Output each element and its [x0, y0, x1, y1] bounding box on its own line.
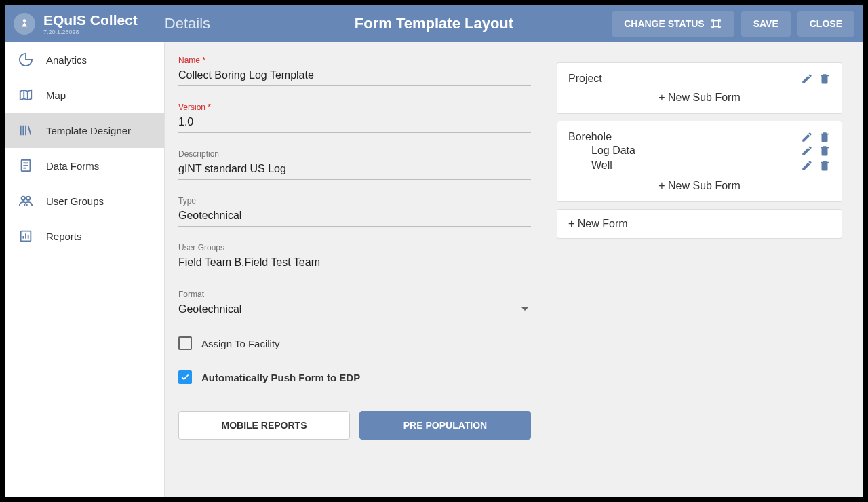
- delete-icon[interactable]: [818, 159, 831, 172]
- delete-icon[interactable]: [818, 131, 831, 143]
- new-sub-form-project[interactable]: + New Sub Form: [568, 85, 831, 104]
- description-label: Description: [178, 149, 531, 159]
- usergroups-input[interactable]: [178, 252, 531, 273]
- description-input[interactable]: [178, 159, 531, 180]
- project-title: Project: [568, 73, 602, 85]
- borehole-title: Borehole: [568, 131, 612, 143]
- save-button[interactable]: SAVE: [741, 11, 791, 37]
- form-icon: [18, 157, 34, 174]
- sidebar-item-data-forms[interactable]: Data Forms: [5, 148, 164, 183]
- format-label: Format: [178, 290, 531, 299]
- new-form-button[interactable]: + New Form: [557, 209, 842, 239]
- app-version: 7.20.1.28028: [43, 28, 138, 35]
- form-card-borehole: Borehole Log Data: [557, 121, 842, 202]
- version-label: Version: [178, 102, 531, 112]
- usergroups-label: User Groups: [178, 243, 531, 252]
- sidebar-item-reports[interactable]: Reports: [5, 218, 164, 254]
- sidebar-item-template-designer[interactable]: Template Designer: [5, 113, 164, 148]
- layout-panel: Project + New Sub Form: [545, 42, 863, 497]
- sidebar-item-map[interactable]: Map: [5, 77, 164, 113]
- sidebar-label: User Groups: [46, 195, 104, 207]
- mobile-reports-button[interactable]: MOBILE REPORTS: [178, 411, 350, 440]
- users-icon: [18, 193, 34, 209]
- change-status-button[interactable]: CHANGE STATUS: [612, 11, 734, 37]
- assign-facility-label: Assign To Facility: [201, 338, 280, 349]
- delete-icon[interactable]: [818, 73, 831, 85]
- type-input[interactable]: [178, 206, 531, 227]
- details-panel: Name Version Description Type User Group…: [165, 42, 545, 497]
- pre-population-button[interactable]: PRE POPULATION: [359, 411, 531, 440]
- sidebar-item-analytics[interactable]: Analytics: [5, 42, 164, 77]
- push-edp-label: Automatically Push Form to EDP: [201, 372, 360, 383]
- sidebar-item-user-groups[interactable]: User Groups: [5, 183, 164, 218]
- edit-icon[interactable]: [801, 144, 813, 157]
- push-edp-checkbox[interactable]: [178, 370, 192, 384]
- change-status-label: CHANGE STATUS: [624, 18, 704, 29]
- app-title: EQuIS Collect: [43, 12, 138, 28]
- sidebar-label: Analytics: [46, 54, 87, 66]
- sidebar-label: Template Designer: [46, 125, 131, 136]
- app-title-wrap: EQuIS Collect 7.20.1.28028: [43, 12, 138, 35]
- svg-rect-1: [713, 21, 719, 27]
- svg-point-0: [23, 19, 26, 22]
- version-input[interactable]: [178, 112, 531, 133]
- logdata-label[interactable]: Log Data: [591, 144, 635, 157]
- books-icon: [18, 122, 34, 138]
- format-select[interactable]: [178, 299, 531, 320]
- details-title: Details: [165, 15, 210, 33]
- svg-point-6: [22, 197, 25, 201]
- edit-icon[interactable]: [801, 131, 813, 143]
- svg-point-7: [26, 197, 30, 201]
- edit-icon[interactable]: [801, 159, 813, 172]
- layout-title: Form Template Layout: [355, 15, 513, 33]
- name-input[interactable]: [178, 65, 531, 86]
- sidebar-label: Reports: [46, 231, 82, 242]
- edit-icon[interactable]: [801, 73, 813, 85]
- delete-icon[interactable]: [818, 144, 831, 157]
- new-sub-form-borehole[interactable]: + New Sub Form: [568, 173, 831, 192]
- close-button[interactable]: CLOSE: [797, 11, 854, 37]
- app-header: EQuIS Collect 7.20.1.28028 Details Form …: [5, 5, 863, 42]
- map-icon: [18, 87, 34, 103]
- reports-icon: [18, 228, 34, 244]
- analytics-icon: [18, 52, 34, 68]
- app-logo: [14, 13, 35, 35]
- sidebar-label: Data Forms: [46, 160, 99, 172]
- type-label: Type: [178, 196, 531, 206]
- form-card-project: Project + New Sub Form: [557, 62, 842, 114]
- status-icon: [710, 18, 722, 30]
- name-label: Name: [178, 56, 531, 65]
- sidebar-label: Map: [46, 90, 66, 101]
- assign-facility-checkbox[interactable]: [178, 336, 192, 350]
- sidebar: Analytics Map Template Designer Data For…: [5, 42, 165, 497]
- well-label[interactable]: Well: [591, 159, 612, 172]
